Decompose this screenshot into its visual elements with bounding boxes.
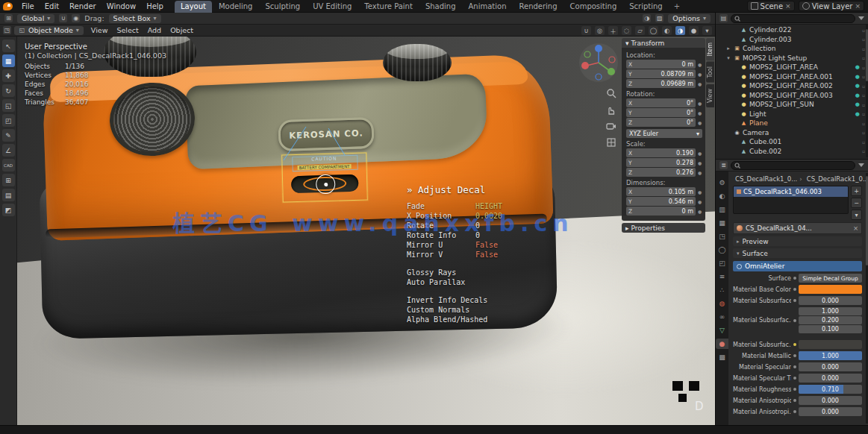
render-tab-icon[interactable]: ◐ bbox=[716, 191, 728, 201]
n-panel-tab-item[interactable]: Item bbox=[706, 38, 714, 60]
light-data-icon[interactable]: ● bbox=[855, 83, 860, 89]
show-overlays-icon[interactable]: ◌ bbox=[622, 26, 631, 35]
visibility-toggle-icon[interactable]: ▫ bbox=[862, 74, 865, 79]
transform-icon[interactable]: ◰ bbox=[2, 114, 15, 127]
decorator-dot[interactable] bbox=[791, 388, 799, 391]
outliner-item-light[interactable]: ●Light●▫ bbox=[716, 110, 868, 119]
properties-filter-icon[interactable] bbox=[858, 163, 864, 167]
toggle-xray-icon[interactable]: ▱ bbox=[635, 26, 645, 35]
select-box-icon[interactable]: ▦ bbox=[2, 54, 15, 67]
disclosure-icon[interactable]: ▾ bbox=[725, 55, 731, 61]
animate-decorator-icon[interactable]: ● bbox=[697, 62, 702, 67]
workspace-tab-modeling[interactable]: Modeling bbox=[213, 1, 259, 13]
transform-field-y[interactable]: Y0.278 bbox=[626, 158, 696, 167]
visibility-toggle-icon[interactable]: ▫ bbox=[862, 37, 865, 42]
outliner-item-mops2-light-area-002[interactable]: ●MOPS2_LIGHT_AREA.002●▫ bbox=[716, 81, 868, 91]
transform-field-x[interactable]: X0.190 bbox=[626, 148, 696, 157]
gradient-icon[interactable]: ▨ bbox=[655, 14, 664, 22]
add-workspace-button[interactable]: + bbox=[669, 1, 684, 12]
outliner-item-mops2-light-sun[interactable]: ●MOPS2_LIGHT_SUN●▫ bbox=[716, 100, 868, 110]
add-slot-button[interactable]: + bbox=[851, 186, 862, 196]
tool-tab-icon[interactable]: ⚙ bbox=[716, 177, 728, 188]
animate-decorator-icon[interactable]: ● bbox=[697, 189, 702, 195]
workspace-tab-layout[interactable]: Layout bbox=[175, 1, 212, 13]
proportional-edit-icon[interactable]: ◉ bbox=[72, 14, 80, 22]
unlink-material-icon[interactable]: × bbox=[853, 224, 858, 232]
material-slot-list[interactable]: CS_DecalRack1_046.003 bbox=[733, 186, 849, 214]
outliner-item-cube-002[interactable]: ▲Cube.002▫ bbox=[716, 147, 868, 157]
extra-tool-icon[interactable]: ◩ bbox=[2, 204, 15, 216]
outliner-item-collection[interactable]: ▸▣Collection▫ bbox=[716, 44, 868, 54]
light-data-icon[interactable]: ● bbox=[855, 74, 860, 80]
camera-view-icon[interactable] bbox=[605, 120, 616, 131]
menu-render[interactable]: Render bbox=[64, 0, 102, 13]
remove-slot-button[interactable]: − bbox=[851, 198, 862, 208]
visibility-toggle-icon[interactable]: ▫ bbox=[862, 55, 865, 60]
decorator-dot[interactable] bbox=[791, 319, 799, 322]
outliner-item-cube-001[interactable]: ▲Cube.001▫ bbox=[716, 137, 868, 147]
particles-tab-icon[interactable]: ∴ bbox=[716, 285, 728, 295]
animate-decorator-icon[interactable]: ● bbox=[697, 120, 702, 125]
filter-icon[interactable] bbox=[858, 16, 864, 20]
transform-field-y[interactable]: Y0.08709 m bbox=[626, 69, 696, 78]
scene-tab-icon[interactable]: ◳ bbox=[716, 231, 728, 242]
shading-wireframe-icon[interactable]: ◯ bbox=[649, 26, 658, 35]
menu-file[interactable]: File bbox=[16, 0, 40, 13]
show-gizmo-icon[interactable]: ＋ bbox=[608, 26, 618, 35]
shading-rendered-icon[interactable]: ● bbox=[689, 26, 699, 35]
decorator-dot[interactable] bbox=[791, 365, 799, 368]
decorator-dot[interactable] bbox=[791, 277, 799, 280]
blender-logo-icon[interactable] bbox=[3, 2, 13, 10]
workspace-tab-rendering[interactable]: Rendering bbox=[513, 1, 563, 13]
workspace-tab-texture-paint[interactable]: Texture Paint bbox=[358, 1, 419, 13]
workspace-tab-shading[interactable]: Shading bbox=[419, 1, 462, 13]
light-data-icon[interactable]: ● bbox=[855, 92, 860, 98]
visibility-toggle-icon[interactable]: ▫ bbox=[862, 111, 865, 116]
decorator-dot[interactable] bbox=[791, 377, 799, 380]
transform-field-z[interactable]: Z0.276 bbox=[626, 168, 696, 177]
shading-options-chevron-icon[interactable]: ▾ bbox=[702, 26, 712, 35]
visibility-toggle-icon[interactable]: ▫ bbox=[862, 28, 865, 33]
light-data-icon[interactable]: ● bbox=[855, 64, 860, 70]
annotate-icon[interactable]: ✎ bbox=[2, 129, 15, 142]
view-layer-tab-icon[interactable]: ▦ bbox=[716, 218, 728, 228]
slot-specials-button[interactable]: ▾ bbox=[851, 210, 862, 220]
vector-component-field[interactable]: 0.200 bbox=[799, 316, 862, 324]
visibility-toggle-icon[interactable]: ▫ bbox=[862, 102, 865, 107]
outliner-item-cylinder-003[interactable]: ▲Cylinder.003▫ bbox=[716, 35, 868, 45]
disclosure-icon[interactable]: ▸ bbox=[725, 45, 731, 51]
transform-field-z[interactable]: Z0.09689 m bbox=[626, 79, 696, 88]
proportional-edit-icon[interactable]: ◎ bbox=[595, 26, 605, 35]
transform-field-z[interactable]: Z0° bbox=[626, 118, 696, 127]
outliner-item-camera[interactable]: ◉Camera▫ bbox=[716, 128, 868, 138]
snap-magnet-icon[interactable]: ∪ bbox=[59, 14, 67, 22]
cursor-icon[interactable]: ↖ bbox=[2, 40, 15, 52]
decorator-dot[interactable] bbox=[791, 343, 799, 346]
decorator-dot[interactable] bbox=[791, 410, 799, 413]
animate-decorator-icon[interactable]: ● bbox=[697, 209, 702, 214]
animate-decorator-icon[interactable]: ● bbox=[697, 160, 702, 166]
physics-tab-icon[interactable]: ◍ bbox=[716, 298, 728, 309]
scene-unlink-icon[interactable]: × bbox=[785, 3, 791, 10]
n-panel-tab-tool[interactable]: Tool bbox=[706, 62, 714, 83]
ortho-grid-icon[interactable] bbox=[605, 136, 616, 148]
select-mode-dropdown[interactable]: Select Box ▾ bbox=[109, 14, 161, 23]
surface-shader-field[interactable]: Simple Decal Group bbox=[799, 274, 862, 283]
slider-field[interactable]: 1.000 bbox=[799, 351, 862, 360]
decorator-dot[interactable] bbox=[791, 399, 799, 402]
shading-sphere-icon[interactable]: ◑ bbox=[643, 14, 651, 22]
visibility-toggle-icon[interactable]: ▫ bbox=[862, 139, 865, 145]
snap-icon[interactable]: ∪ bbox=[581, 26, 591, 35]
animate-decorator-icon[interactable]: ● bbox=[697, 151, 702, 156]
surface-section-header[interactable]: ▾ Surface bbox=[733, 248, 862, 258]
viewport-menu-add[interactable]: Add bbox=[143, 25, 166, 37]
menu-edit[interactable]: Edit bbox=[40, 0, 64, 13]
material-datablock[interactable]: CS_DecalRack1_04... × bbox=[733, 222, 862, 234]
n-panel-tab-view[interactable]: View bbox=[706, 84, 714, 107]
number-field[interactable]: 0.000 bbox=[799, 362, 862, 371]
properties-search-input[interactable] bbox=[731, 161, 855, 170]
material-tab-icon[interactable]: ● bbox=[716, 339, 728, 349]
viewport-menu-select[interactable]: Select bbox=[112, 25, 143, 37]
light-data-icon[interactable]: ● bbox=[855, 111, 860, 117]
vector-field[interactable]: 1.0000.2000.100 bbox=[799, 307, 862, 333]
